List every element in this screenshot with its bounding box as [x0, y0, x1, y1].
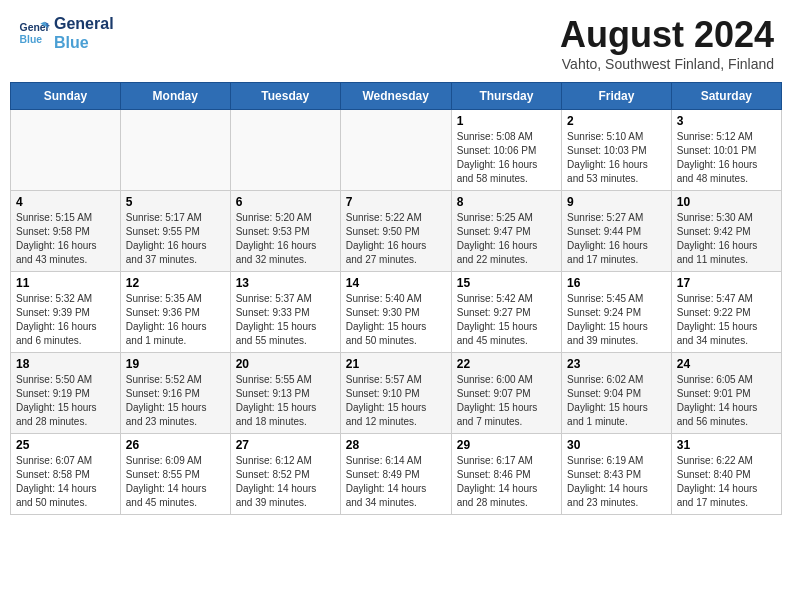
- day-number: 21: [346, 357, 446, 371]
- location-subtitle: Vahto, Southwest Finland, Finland: [560, 56, 774, 72]
- calendar-cell: 2Sunrise: 5:10 AM Sunset: 10:03 PM Dayli…: [562, 110, 672, 191]
- calendar-cell: 6Sunrise: 5:20 AM Sunset: 9:53 PM Daylig…: [230, 191, 340, 272]
- calendar-cell: 8Sunrise: 5:25 AM Sunset: 9:47 PM Daylig…: [451, 191, 561, 272]
- day-header-row: SundayMondayTuesdayWednesdayThursdayFrid…: [11, 83, 782, 110]
- day-number: 22: [457, 357, 556, 371]
- calendar-cell: [340, 110, 451, 191]
- calendar-body: 1Sunrise: 5:08 AM Sunset: 10:06 PM Dayli…: [11, 110, 782, 515]
- day-info: Sunrise: 6:14 AM Sunset: 8:49 PM Dayligh…: [346, 454, 446, 510]
- day-number: 7: [346, 195, 446, 209]
- calendar-cell: 9Sunrise: 5:27 AM Sunset: 9:44 PM Daylig…: [562, 191, 672, 272]
- day-info: Sunrise: 5:17 AM Sunset: 9:55 PM Dayligh…: [126, 211, 225, 267]
- logo-text: GeneralBlue: [54, 14, 114, 52]
- day-number: 26: [126, 438, 225, 452]
- calendar-week-3: 11Sunrise: 5:32 AM Sunset: 9:39 PM Dayli…: [11, 272, 782, 353]
- day-number: 19: [126, 357, 225, 371]
- day-info: Sunrise: 5:57 AM Sunset: 9:10 PM Dayligh…: [346, 373, 446, 429]
- calendar-week-2: 4Sunrise: 5:15 AM Sunset: 9:58 PM Daylig…: [11, 191, 782, 272]
- calendar-cell: [120, 110, 230, 191]
- day-info: Sunrise: 6:00 AM Sunset: 9:07 PM Dayligh…: [457, 373, 556, 429]
- calendar-cell: 4Sunrise: 5:15 AM Sunset: 9:58 PM Daylig…: [11, 191, 121, 272]
- day-number: 18: [16, 357, 115, 371]
- day-number: 30: [567, 438, 666, 452]
- calendar-cell: [11, 110, 121, 191]
- calendar-cell: 30Sunrise: 6:19 AM Sunset: 8:43 PM Dayli…: [562, 434, 672, 515]
- calendar-cell: 20Sunrise: 5:55 AM Sunset: 9:13 PM Dayli…: [230, 353, 340, 434]
- day-number: 9: [567, 195, 666, 209]
- day-header-tuesday: Tuesday: [230, 83, 340, 110]
- title-block: August 2024 Vahto, Southwest Finland, Fi…: [560, 14, 774, 72]
- day-info: Sunrise: 6:07 AM Sunset: 8:58 PM Dayligh…: [16, 454, 115, 510]
- month-year-title: August 2024: [560, 14, 774, 56]
- day-number: 3: [677, 114, 776, 128]
- day-number: 23: [567, 357, 666, 371]
- day-number: 15: [457, 276, 556, 290]
- day-info: Sunrise: 5:50 AM Sunset: 9:19 PM Dayligh…: [16, 373, 115, 429]
- day-info: Sunrise: 6:02 AM Sunset: 9:04 PM Dayligh…: [567, 373, 666, 429]
- calendar-cell: 29Sunrise: 6:17 AM Sunset: 8:46 PM Dayli…: [451, 434, 561, 515]
- day-info: Sunrise: 5:08 AM Sunset: 10:06 PM Daylig…: [457, 130, 556, 186]
- calendar-cell: 15Sunrise: 5:42 AM Sunset: 9:27 PM Dayli…: [451, 272, 561, 353]
- day-number: 27: [236, 438, 335, 452]
- day-number: 13: [236, 276, 335, 290]
- day-header-friday: Friday: [562, 83, 672, 110]
- day-number: 4: [16, 195, 115, 209]
- day-info: Sunrise: 5:32 AM Sunset: 9:39 PM Dayligh…: [16, 292, 115, 348]
- day-info: Sunrise: 5:25 AM Sunset: 9:47 PM Dayligh…: [457, 211, 556, 267]
- calendar-cell: 7Sunrise: 5:22 AM Sunset: 9:50 PM Daylig…: [340, 191, 451, 272]
- calendar-cell: 21Sunrise: 5:57 AM Sunset: 9:10 PM Dayli…: [340, 353, 451, 434]
- day-header-monday: Monday: [120, 83, 230, 110]
- calendar-cell: 17Sunrise: 5:47 AM Sunset: 9:22 PM Dayli…: [671, 272, 781, 353]
- day-number: 25: [16, 438, 115, 452]
- calendar-cell: 23Sunrise: 6:02 AM Sunset: 9:04 PM Dayli…: [562, 353, 672, 434]
- day-number: 11: [16, 276, 115, 290]
- day-header-sunday: Sunday: [11, 83, 121, 110]
- calendar-cell: 19Sunrise: 5:52 AM Sunset: 9:16 PM Dayli…: [120, 353, 230, 434]
- day-number: 31: [677, 438, 776, 452]
- day-info: Sunrise: 6:22 AM Sunset: 8:40 PM Dayligh…: [677, 454, 776, 510]
- calendar-cell: 3Sunrise: 5:12 AM Sunset: 10:01 PM Dayli…: [671, 110, 781, 191]
- day-info: Sunrise: 6:17 AM Sunset: 8:46 PM Dayligh…: [457, 454, 556, 510]
- day-number: 16: [567, 276, 666, 290]
- logo-icon: General Blue: [18, 17, 50, 49]
- day-number: 8: [457, 195, 556, 209]
- calendar-cell: 12Sunrise: 5:35 AM Sunset: 9:36 PM Dayli…: [120, 272, 230, 353]
- day-info: Sunrise: 5:35 AM Sunset: 9:36 PM Dayligh…: [126, 292, 225, 348]
- calendar-cell: 10Sunrise: 5:30 AM Sunset: 9:42 PM Dayli…: [671, 191, 781, 272]
- calendar-cell: 28Sunrise: 6:14 AM Sunset: 8:49 PM Dayli…: [340, 434, 451, 515]
- calendar-cell: 14Sunrise: 5:40 AM Sunset: 9:30 PM Dayli…: [340, 272, 451, 353]
- logo: General Blue GeneralBlue: [18, 14, 114, 52]
- calendar-week-1: 1Sunrise: 5:08 AM Sunset: 10:06 PM Dayli…: [11, 110, 782, 191]
- day-header-thursday: Thursday: [451, 83, 561, 110]
- svg-text:Blue: Blue: [20, 34, 43, 45]
- calendar-cell: [230, 110, 340, 191]
- calendar-cell: 27Sunrise: 6:12 AM Sunset: 8:52 PM Dayli…: [230, 434, 340, 515]
- calendar-header: SundayMondayTuesdayWednesdayThursdayFrid…: [11, 83, 782, 110]
- day-number: 1: [457, 114, 556, 128]
- day-number: 20: [236, 357, 335, 371]
- day-info: Sunrise: 6:19 AM Sunset: 8:43 PM Dayligh…: [567, 454, 666, 510]
- calendar-cell: 26Sunrise: 6:09 AM Sunset: 8:55 PM Dayli…: [120, 434, 230, 515]
- day-number: 10: [677, 195, 776, 209]
- day-info: Sunrise: 6:09 AM Sunset: 8:55 PM Dayligh…: [126, 454, 225, 510]
- day-info: Sunrise: 5:12 AM Sunset: 10:01 PM Daylig…: [677, 130, 776, 186]
- calendar-cell: 25Sunrise: 6:07 AM Sunset: 8:58 PM Dayli…: [11, 434, 121, 515]
- day-info: Sunrise: 5:45 AM Sunset: 9:24 PM Dayligh…: [567, 292, 666, 348]
- calendar-cell: 18Sunrise: 5:50 AM Sunset: 9:19 PM Dayli…: [11, 353, 121, 434]
- day-info: Sunrise: 5:47 AM Sunset: 9:22 PM Dayligh…: [677, 292, 776, 348]
- day-info: Sunrise: 5:52 AM Sunset: 9:16 PM Dayligh…: [126, 373, 225, 429]
- day-info: Sunrise: 5:27 AM Sunset: 9:44 PM Dayligh…: [567, 211, 666, 267]
- calendar-cell: 13Sunrise: 5:37 AM Sunset: 9:33 PM Dayli…: [230, 272, 340, 353]
- day-number: 14: [346, 276, 446, 290]
- day-number: 6: [236, 195, 335, 209]
- day-info: Sunrise: 5:40 AM Sunset: 9:30 PM Dayligh…: [346, 292, 446, 348]
- day-info: Sunrise: 5:15 AM Sunset: 9:58 PM Dayligh…: [16, 211, 115, 267]
- calendar-week-4: 18Sunrise: 5:50 AM Sunset: 9:19 PM Dayli…: [11, 353, 782, 434]
- day-number: 29: [457, 438, 556, 452]
- calendar-table: SundayMondayTuesdayWednesdayThursdayFrid…: [10, 82, 782, 515]
- day-info: Sunrise: 5:30 AM Sunset: 9:42 PM Dayligh…: [677, 211, 776, 267]
- day-info: Sunrise: 6:05 AM Sunset: 9:01 PM Dayligh…: [677, 373, 776, 429]
- day-info: Sunrise: 5:37 AM Sunset: 9:33 PM Dayligh…: [236, 292, 335, 348]
- page-header: General Blue GeneralBlue August 2024 Vah…: [10, 10, 782, 76]
- calendar-cell: 31Sunrise: 6:22 AM Sunset: 8:40 PM Dayli…: [671, 434, 781, 515]
